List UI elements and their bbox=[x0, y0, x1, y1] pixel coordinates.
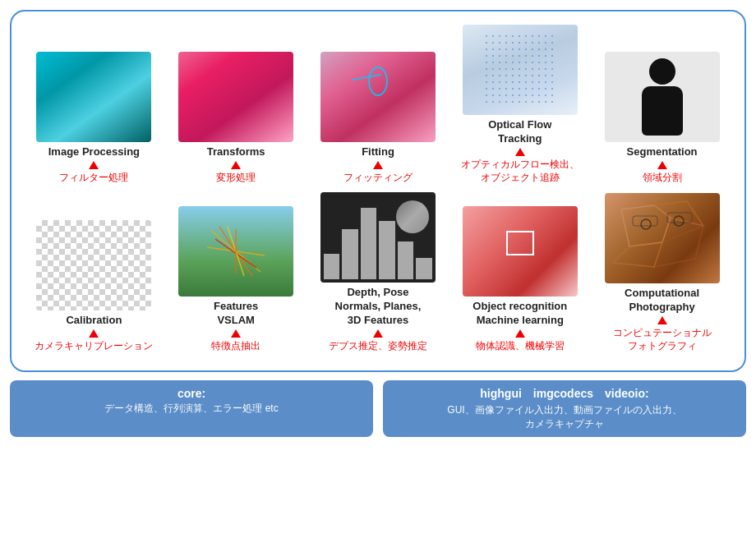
grid-row-1: Image Processing フィルター処理 Transforms 変形処理… bbox=[23, 25, 733, 184]
arrow-features bbox=[231, 329, 241, 338]
title-segmentation: Segmentation bbox=[627, 145, 698, 159]
title-transforms: Transforms bbox=[207, 145, 265, 159]
svg-marker-9 bbox=[613, 242, 662, 267]
depth-bar-6 bbox=[416, 258, 432, 279]
depth-bar-2 bbox=[342, 229, 358, 279]
bottom-bar: core: データ構造、行列演算、エラー処理 etc highgui imgco… bbox=[10, 380, 746, 438]
arrow-calibration bbox=[89, 329, 99, 338]
img-comp-photo bbox=[605, 193, 720, 283]
item-depth-pose: Depth, Pose Normals, Planes, 3D Features… bbox=[312, 192, 444, 352]
title-image-processing: Image Processing bbox=[48, 145, 140, 159]
item-calibration: Calibration カメラキャリブレーション bbox=[28, 220, 159, 352]
depth-bar-1 bbox=[324, 254, 340, 279]
img-object-recognition bbox=[463, 206, 578, 297]
japanese-segmentation: 領域分割 bbox=[643, 171, 682, 184]
item-segmentation: Segmentation 領域分割 bbox=[597, 52, 728, 184]
img-optical-flow bbox=[463, 25, 578, 115]
item-transforms: Transforms 変形処理 bbox=[170, 52, 302, 184]
arrow-object-recognition bbox=[515, 329, 525, 338]
core-desc: データ構造、行列演算、エラー処理 etc bbox=[21, 402, 362, 416]
svg-rect-12 bbox=[633, 216, 657, 226]
img-image-processing bbox=[36, 52, 151, 142]
japanese-comp-photo: コンピュテーショナル フォトグラフィ bbox=[613, 326, 712, 352]
core-title: core: bbox=[21, 387, 362, 400]
item-object-recognition: Object recognition Machine learning 物体認識… bbox=[454, 206, 586, 352]
item-fitting: Fitting フィッティング bbox=[312, 52, 444, 184]
japanese-transforms: 変形処理 bbox=[216, 171, 256, 184]
hand-dots bbox=[483, 33, 557, 107]
title-calibration: Calibration bbox=[66, 314, 122, 328]
arrow-segmentation bbox=[657, 161, 667, 169]
japanese-fitting: フィッティング bbox=[343, 171, 413, 184]
arrow-depth-pose bbox=[373, 329, 383, 338]
svg-point-10 bbox=[641, 219, 651, 229]
japanese-calibration: カメラキャリブレーション bbox=[35, 339, 153, 352]
depth-sphere bbox=[396, 200, 429, 233]
img-fitting bbox=[320, 52, 436, 142]
img-segmentation bbox=[605, 52, 720, 142]
item-features: Features VSLAM 特徴点抽出 bbox=[170, 206, 302, 352]
item-image-processing: Image Processing フィルター処理 bbox=[28, 52, 159, 184]
title-optical-flow: Optical Flow Tracking bbox=[488, 118, 551, 146]
title-comp-photo: Computational Photography bbox=[625, 287, 699, 315]
arrow-transforms bbox=[231, 161, 241, 169]
japanese-depth-pose: デプス推定、姿勢推定 bbox=[329, 339, 427, 352]
japanese-image-processing: フィルター処理 bbox=[59, 171, 128, 184]
title-object-recognition: Object recognition Machine learning bbox=[472, 300, 567, 328]
arrow-comp-photo bbox=[657, 316, 667, 324]
img-transforms bbox=[178, 52, 293, 142]
title-depth-pose: Depth, Pose Normals, Planes, 3D Features bbox=[335, 286, 422, 328]
arrow-fitting bbox=[373, 161, 383, 169]
grid-row-2: Calibration カメラキャリブレーション bbox=[23, 192, 733, 352]
highgui-desc: GUI、画像ファイル入出力、動画ファイルの入出力、カメラキャプチャ bbox=[394, 403, 735, 431]
item-optical-flow: Optical Flow Tracking オプティカルフロー検出、 オブジェク… bbox=[454, 25, 586, 184]
img-features bbox=[178, 206, 293, 297]
arrow-optical-flow bbox=[515, 148, 525, 156]
title-fitting: Fitting bbox=[362, 145, 394, 159]
title-features: Features VSLAM bbox=[214, 300, 258, 328]
bottom-box-highgui: highgui imgcodecs videoio: GUI、画像ファイル入出力… bbox=[383, 380, 746, 438]
depth-bar-5 bbox=[398, 241, 414, 279]
highgui-title: highgui imgcodecs videoio: bbox=[394, 387, 735, 402]
img-depth-pose bbox=[320, 192, 436, 283]
img-calibration bbox=[36, 220, 151, 310]
japanese-optical-flow: オプティカルフロー検出、 オブジェクト追跡 bbox=[461, 158, 579, 184]
main-container: Image Processing フィルター処理 Transforms 変形処理… bbox=[10, 10, 746, 372]
depth-bar-4 bbox=[379, 221, 395, 279]
bottom-box-core: core: データ構造、行列演算、エラー処理 etc bbox=[10, 380, 373, 438]
detection-box bbox=[506, 231, 534, 255]
japanese-object-recognition: 物体認識、機械学習 bbox=[476, 339, 565, 352]
arrow-image-processing bbox=[89, 161, 99, 169]
japanese-features: 特徴点抽出 bbox=[211, 339, 260, 352]
depth-bar-3 bbox=[361, 208, 377, 279]
item-comp-photo: Computational Photography コンピュテーショナル フォト… bbox=[597, 193, 728, 352]
